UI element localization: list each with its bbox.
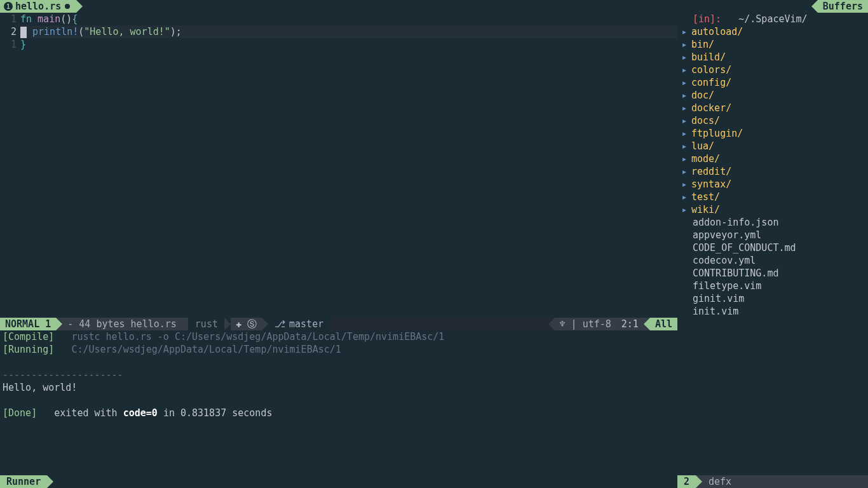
sidebar-column: [in]: ~/.SpaceVim/ ▸autoload/▸bin/▸build… [677,13,868,488]
app-root: 1 hello.rs Buffers 121 fn main(){ printl… [0,0,868,488]
tree-dir-label: reddit/ [691,165,731,178]
linux-icon: ♆ [560,318,566,330]
tree-dir-label: bin/ [691,38,714,51]
git-dirty-icon: ✚ Ⓢ [236,318,257,330]
tree-directory[interactable]: ▸doc/ [680,89,868,102]
tree-dir-label: ftplugin/ [691,127,743,140]
tree-directory[interactable]: ▸build/ [680,51,868,64]
tree-file[interactable]: CONTRIBUTING.md [680,267,868,280]
runner-separator: --------------------- [3,369,675,381]
chevron-right-icon: ▸ [680,127,689,140]
encoding: utf-8 [583,318,611,330]
separator-icon [644,318,650,330]
chevron-right-icon: ▸ [680,165,689,178]
tree-file[interactable]: addon-info.json [680,216,868,229]
file-info-segment: - 44 bytes hello.rs [62,318,182,330]
runner-line [3,356,675,369]
status-bar-sidebar: 2 defx [677,475,868,488]
tree-dir-label: autoload/ [691,25,743,38]
tab-index-badge: 1 [4,2,13,11]
tree-dir-label: docker/ [691,102,731,114]
chevron-right-icon: ▸ [680,178,689,191]
runner-output-pane[interactable]: [Compile] rustc hello.rs -o C:/Users/wsd… [0,330,677,475]
chevron-right-icon: ▸ [680,203,689,216]
branch-name: master [289,318,323,330]
tree-file[interactable]: CODE_OF_CONDUCT.md [680,241,868,254]
tree-header-path: ~/.SpaceVim/ [738,13,807,25]
tree-file[interactable]: appveyor.yml [680,229,868,241]
done-text: exited with [54,407,123,419]
code-area[interactable]: 121 fn main(){ println!("Hello, world!")… [0,13,677,318]
tree-directory[interactable]: ▸docs/ [680,114,868,127]
buffers-tab[interactable]: Buffers [818,0,868,13]
spacer [330,318,548,330]
tree-file[interactable]: codecov.yml [680,254,868,267]
tree-dir-label: syntax/ [691,178,731,191]
chevron-right-icon: ▸ [680,64,689,76]
chevron-right-icon: ▸ [680,51,689,64]
separator-icon [224,318,231,330]
tree-file[interactable]: ginit.vim [680,292,868,305]
spacer [83,0,811,13]
mode-number: 1 [45,318,51,330]
tab-label: hello.rs [15,1,61,12]
compile-tag: [Compile] [3,331,54,342]
tree-directory[interactable]: ▸mode/ [680,152,868,165]
tree-dir-label: wiki/ [691,203,720,216]
tree-directory[interactable]: ▸lua/ [680,140,868,152]
file-tree[interactable]: [in]: ~/.SpaceVim/ ▸autoload/▸bin/▸build… [677,13,868,475]
file-tree-header: [in]: ~/.SpaceVim/ [680,13,868,25]
mode-segment: NORMAL 1 [0,318,56,330]
tree-directory[interactable]: ▸colors/ [680,64,868,76]
git-status-icons: ✚ Ⓢ [231,318,262,330]
tree-dir-label: doc/ [691,89,714,102]
branch-icon: ⎇ [275,318,285,330]
tree-directory[interactable]: ▸ftplugin/ [680,127,868,140]
runner-line: [Running] C:/Users/wsdjeg/AppData/Local/… [3,343,675,356]
mode-label: NORMAL [5,318,39,330]
runner-status-bar: Runner [0,475,677,488]
tree-directory[interactable]: ▸test/ [680,191,868,203]
tree-directory[interactable]: ▸wiki/ [680,203,868,216]
code-text[interactable]: fn main(){ println!("Hello, world!");} [20,13,677,318]
gutter-line: 1 [0,13,17,25]
tree-directory[interactable]: ▸config/ [680,76,868,89]
sidebar-window-number: 2 [677,475,696,488]
percent-segment: All [650,318,677,330]
tab-modified-dot-icon [65,4,70,9]
buffers-separator-icon [811,0,818,13]
tree-directory[interactable]: ▸syntax/ [680,178,868,191]
running-command: C:/Users/wsdjeg/AppData/Local/Temp/nvimi… [71,344,341,355]
separator-icon [262,318,268,330]
gutter-line: 2 [0,25,17,38]
tree-directory[interactable]: ▸autoload/ [680,25,868,38]
tree-directory[interactable]: ▸reddit/ [680,165,868,178]
code-line[interactable]: } [20,38,677,51]
separator-icon [56,318,62,330]
editor-pane: 121 fn main(){ println!("Hello, world!")… [0,13,677,488]
status-bar-editor: NORMAL 1 - 44 bytes hello.rs rust ✚ Ⓢ ⎇ … [0,318,677,330]
runner-line [3,394,675,407]
tree-directory[interactable]: ▸docker/ [680,102,868,114]
chevron-right-icon: ▸ [680,25,689,38]
tree-dir-label: mode/ [691,152,720,165]
os-segment: ♆ | utf-8 [555,318,616,330]
gutter: 121 [0,13,20,318]
tree-file[interactable]: filetype.vim [680,280,868,292]
tree-directory[interactable]: ▸bin/ [680,38,868,51]
chevron-right-icon: ▸ [680,140,689,152]
code-line[interactable]: println!("Hello, world!"); [20,25,677,38]
runner-output: Hello, world! [3,381,675,394]
tree-dir-label: lua/ [691,140,714,152]
done-tag: [Done] [3,407,37,419]
chevron-right-icon: ▸ [680,191,689,203]
tree-file[interactable]: init.vim [680,305,868,318]
tab-hello-rs[interactable]: 1 hello.rs [0,0,76,13]
runner-tab[interactable]: Runner [0,475,47,488]
tree-dir-label: docs/ [691,114,720,127]
main-split: 121 fn main(){ println!("Hello, world!")… [0,13,868,488]
chevron-right-icon: ▸ [680,102,689,114]
chevron-right-icon: ▸ [680,76,689,89]
code-line[interactable]: fn main(){ [20,13,677,25]
tree-dir-label: colors/ [691,64,731,76]
